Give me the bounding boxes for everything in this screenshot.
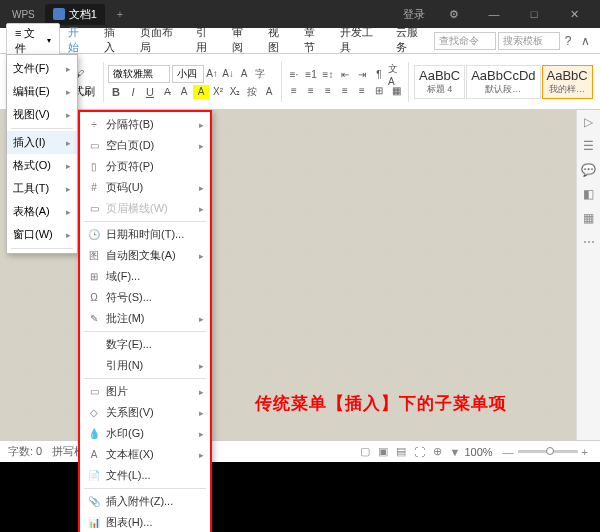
bold-icon[interactable]: B — [108, 85, 124, 99]
zoom-out-icon[interactable]: — — [499, 446, 518, 458]
insert-submenu-item[interactable]: 引用(N) — [80, 355, 210, 376]
strike-icon[interactable]: A̶ — [159, 85, 175, 99]
shrink-font-icon[interactable]: A↓ — [220, 67, 236, 81]
insert-submenu-item: ▭页眉横线(W) — [80, 198, 210, 219]
settings-icon[interactable]: ⚙ — [434, 0, 474, 28]
minimize-button[interactable]: — — [474, 0, 514, 28]
wps-brand: WPS — [6, 9, 41, 20]
align-justify-icon[interactable]: ≡ — [337, 84, 353, 98]
insert-submenu-item[interactable]: ⊞域(F)... — [80, 266, 210, 287]
view-read-icon[interactable]: ⊕ — [429, 445, 446, 458]
align-dist-icon[interactable]: ≡ — [354, 84, 370, 98]
zoom-in-icon[interactable]: + — [578, 446, 592, 458]
align-center-icon[interactable]: ≡ — [303, 84, 319, 98]
word-count: 字数: 0 — [8, 444, 42, 459]
phonetic-icon[interactable]: 按 — [244, 85, 260, 99]
font-more-icon[interactable]: A — [261, 85, 277, 99]
close-button[interactable]: ✕ — [554, 0, 594, 28]
doc-icon — [53, 8, 65, 20]
align-right-icon[interactable]: ≡ — [320, 84, 336, 98]
convert-icon[interactable]: 文A — [388, 68, 404, 82]
super-icon[interactable]: X² — [210, 85, 226, 99]
number-icon[interactable]: ≡1 — [303, 68, 319, 82]
insert-submenu-item[interactable]: ▯分页符(P) — [80, 156, 210, 177]
bullet-icon[interactable]: ≡· — [286, 68, 302, 82]
insert-submenu-item[interactable]: ▭图片 — [80, 381, 210, 402]
insert-submenu-item[interactable]: Ω符号(S)... — [80, 287, 210, 308]
border-icon[interactable]: ⊞ — [371, 84, 387, 98]
file-menu-item-3[interactable]: 插入(I) — [7, 131, 77, 154]
view-web-icon[interactable]: ▤ — [392, 445, 410, 458]
sub-icon[interactable]: X₂ — [227, 85, 243, 99]
search-command[interactable]: 查找命令 — [434, 32, 496, 50]
highlight-icon[interactable]: A — [193, 85, 209, 99]
indent-dec-icon[interactable]: ⇤ — [337, 68, 353, 82]
style-box-2[interactable]: AaBbC我的样… — [542, 65, 593, 99]
insert-submenu-item[interactable]: 数字(E)... — [80, 334, 210, 355]
align-left-icon[interactable]: ≡ — [286, 84, 302, 98]
underline-icon[interactable]: U — [142, 85, 158, 99]
insert-submenu-item[interactable]: 💧水印(G) — [80, 423, 210, 444]
indent-inc-icon[interactable]: ⇥ — [354, 68, 370, 82]
layer-icon[interactable]: ◧ — [581, 186, 597, 202]
style-box-1[interactable]: AaBbCcDd默认段… — [466, 65, 540, 99]
insert-submenu-item[interactable]: ◇关系图(V) — [80, 402, 210, 423]
insert-submenu-item[interactable]: A文本框(X) — [80, 444, 210, 465]
file-menu-item-6[interactable]: 表格(A) — [7, 200, 77, 223]
file-menu-item-5[interactable]: 工具(T) — [7, 177, 77, 200]
italic-icon[interactable]: I — [125, 85, 141, 99]
search-template[interactable]: 搜索模板 — [498, 32, 560, 50]
insert-submenu-item[interactable]: #页码(U) — [80, 177, 210, 198]
zoom-fit-icon[interactable]: ▼ — [446, 446, 465, 458]
file-menu-item-2[interactable]: 视图(V) — [7, 103, 77, 126]
select-tool-icon[interactable]: ▷ — [581, 114, 597, 130]
font-name-select[interactable]: 微软雅黑 — [108, 65, 170, 83]
nav-icon[interactable]: ☰ — [581, 138, 597, 154]
help-icon[interactable]: ? — [560, 34, 577, 48]
shading-icon[interactable]: ▦ — [388, 84, 404, 98]
file-menu-item-0[interactable]: 文件(F) — [7, 57, 77, 80]
insert-submenu-item[interactable]: 🕒日期和时间(T)... — [80, 224, 210, 245]
view-page-icon[interactable]: ▢ — [356, 445, 374, 458]
doc-title: 文档1 — [69, 7, 97, 22]
view-fullscreen-icon[interactable]: ⛶ — [410, 446, 429, 458]
showmark-icon[interactable]: ¶ — [371, 68, 387, 82]
insert-submenu-item[interactable]: 图自动图文集(A) — [80, 245, 210, 266]
insert-submenu-item[interactable]: ▭空白页(D) — [80, 135, 210, 156]
insert-submenu-item[interactable]: 📄文件(L)... — [80, 465, 210, 486]
zoom-value[interactable]: 100% — [464, 446, 492, 458]
font-size-select[interactable]: 小四 — [172, 65, 204, 83]
menu-expand-icon[interactable]: ∧ — [577, 34, 594, 48]
maximize-button[interactable]: □ — [514, 0, 554, 28]
insert-submenu-item[interactable]: ÷分隔符(B) — [80, 114, 210, 135]
insert-submenu-item[interactable]: 📊图表(H)... — [80, 512, 210, 532]
file-menu-item-4[interactable]: 格式(O) — [7, 154, 77, 177]
color-icon[interactable]: A — [176, 85, 192, 99]
file-menu-item-7[interactable]: 窗口(W) — [7, 223, 77, 246]
clear-format-icon[interactable]: A — [236, 67, 252, 81]
annotation-text: 传统菜单【插入】下的子菜单项 — [255, 392, 507, 415]
file-menu-item-1[interactable]: 编辑(E) — [7, 80, 77, 103]
more-icon[interactable]: ⋯ — [581, 234, 597, 250]
char-style-icon[interactable]: 字 — [252, 67, 268, 81]
ruler-icon[interactable]: ▦ — [581, 210, 597, 226]
insert-submenu-item[interactable]: ✎批注(M) — [80, 308, 210, 329]
insert-submenu-item[interactable]: 📎插入附件(Z)... — [80, 491, 210, 512]
grow-font-icon[interactable]: A↑ — [204, 67, 220, 81]
lineheight-icon[interactable]: ≡↕ — [320, 68, 336, 82]
comment-icon[interactable]: 💬 — [581, 162, 597, 178]
view-outline-icon[interactable]: ▣ — [374, 445, 392, 458]
style-box-0[interactable]: AaBbC标题 4 — [414, 65, 465, 99]
